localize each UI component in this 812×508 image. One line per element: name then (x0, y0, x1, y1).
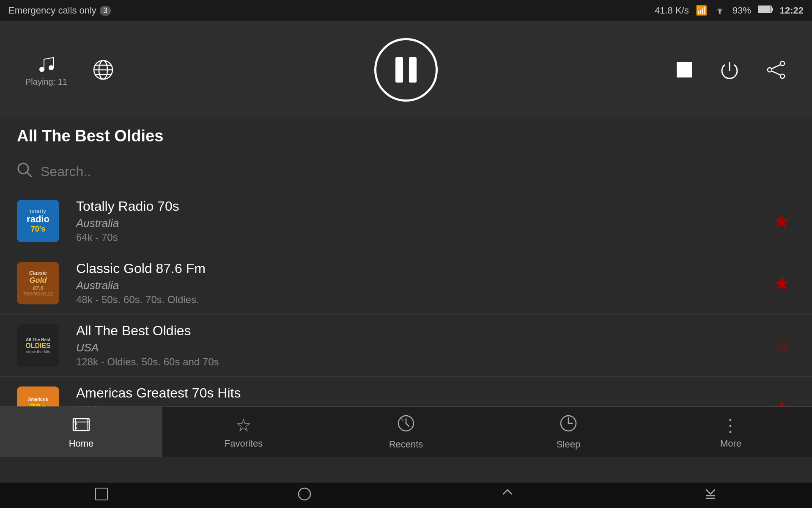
svg-point-22 (75, 422, 77, 425)
svg-line-18 (27, 172, 31, 177)
bluetooth-icon: 📶 (696, 5, 707, 16)
station-name: Americas Greatest 70s Hits (76, 385, 768, 401)
more-icon: ⋮ (721, 415, 740, 436)
pause-button[interactable] (374, 38, 438, 102)
nav-recents-label: Recents (389, 439, 423, 450)
player-header: Playing: 11 (0, 21, 812, 119)
status-bar: Emergency calls only 3 41.8 K/s 📶 93% 12… (0, 0, 812, 21)
stop-button[interactable] (675, 61, 694, 79)
search-input[interactable] (41, 164, 795, 179)
player-right-controls (675, 59, 787, 80)
station-details: 64k - 70s (76, 232, 768, 243)
search-bar (0, 154, 812, 190)
svg-point-5 (49, 65, 54, 70)
wifi-icon (714, 5, 726, 17)
svg-line-15 (772, 65, 780, 69)
nav-more-label: More (720, 438, 741, 449)
power-button[interactable] (719, 59, 740, 80)
svg-rect-26 (96, 488, 107, 500)
nav-favorites[interactable]: ☆ Favorites (162, 407, 325, 457)
status-bar-left: Emergency calls only 3 (8, 5, 111, 16)
station-name: All The Best Oldies (76, 323, 770, 339)
nav-home-label: Home (69, 438, 94, 449)
search-icon (17, 162, 32, 181)
bottom-nav: Home ☆ Favorites Recents Sl (0, 406, 812, 457)
svg-rect-2 (771, 8, 773, 11)
station-logo-classic: Classic Gold 87.6 TOWNSVILLE (17, 262, 59, 304)
svg-point-27 (299, 488, 310, 500)
svg-point-14 (768, 68, 772, 72)
status-bar-right: 41.8 K/s 📶 93% 12:22 (655, 5, 804, 17)
station-details: 48k - 50s. 60s. 70s. Oldies. (76, 294, 768, 306)
globe-icon[interactable] (93, 59, 114, 80)
station-item[interactable]: All The Best OLDIES since the 50s All Th… (0, 315, 812, 377)
notification-badge: 3 (100, 6, 111, 16)
network-speed: 41.8 K/s (655, 5, 689, 16)
sleep-icon (560, 414, 577, 436)
nav-home-button[interactable] (297, 486, 312, 505)
battery-text: 93% (732, 5, 751, 16)
station-name: Totally Radio 70s (76, 199, 768, 214)
nav-recents[interactable]: Recents (325, 407, 487, 457)
station-country: USA (76, 341, 770, 354)
nav-favorites-label: Favorites (225, 438, 263, 449)
favorite-button[interactable]: ★ (768, 267, 795, 299)
svg-point-12 (780, 61, 785, 66)
favorites-icon: ☆ (236, 415, 252, 436)
svg-point-4 (39, 67, 44, 72)
svg-point-0 (719, 12, 721, 14)
station-details: 128k - Oldies. 50s. 60s and 70s (76, 356, 770, 368)
station-item[interactable]: totally radio 70's Totally Radio 70s Aus… (0, 190, 812, 252)
station-info: All The Best Oldies USA 128k - Oldies. 5… (76, 323, 770, 368)
emergency-text: Emergency calls only (8, 5, 96, 16)
nav-back-button[interactable] (94, 486, 109, 505)
content-area: Playing: 11 (0, 21, 812, 483)
svg-rect-3 (758, 6, 771, 12)
station-country: Australia (76, 217, 768, 230)
station-item[interactable]: Classic Gold 87.6 TOWNSVILLE Classic Gol… (0, 252, 812, 315)
nav-recent-button[interactable] (500, 486, 515, 505)
svg-point-23 (75, 427, 77, 429)
svg-rect-11 (677, 62, 692, 77)
nav-sleep[interactable]: Sleep (487, 407, 650, 457)
nav-home[interactable]: Home (0, 407, 162, 457)
favorite-button[interactable]: ★ (768, 205, 795, 237)
favorite-button[interactable]: ☆ (770, 331, 795, 361)
station-info: Totally Radio 70s Australia 64k - 70s (76, 199, 768, 243)
pause-icon (395, 57, 417, 83)
station-country: Australia (76, 279, 768, 292)
battery-icon (758, 5, 773, 16)
station-logo-oldies: All The Best OLDIES since the 50s (17, 324, 59, 367)
system-nav (0, 483, 812, 508)
playing-label: Playing: 11 (25, 77, 67, 87)
home-icon (72, 415, 90, 436)
station-logo-totally: totally radio 70's (17, 200, 59, 242)
share-button[interactable] (765, 59, 787, 80)
current-station-title: All The Best Oldies (0, 119, 812, 154)
music-icon[interactable]: Playing: 11 (25, 53, 67, 87)
nav-down-button[interactable] (703, 486, 718, 505)
svg-point-13 (780, 74, 785, 78)
svg-line-16 (772, 71, 780, 75)
station-name: Classic Gold 87.6 Fm (76, 261, 768, 276)
player-left-controls: Playing: 11 (25, 53, 114, 87)
station-info: Classic Gold 87.6 Fm Australia 48k - 50s… (76, 261, 768, 306)
recents-icon (397, 414, 415, 436)
time-display: 12:22 (780, 5, 804, 16)
nav-more[interactable]: ⋮ More (650, 407, 812, 457)
nav-sleep-label: Sleep (557, 439, 580, 450)
